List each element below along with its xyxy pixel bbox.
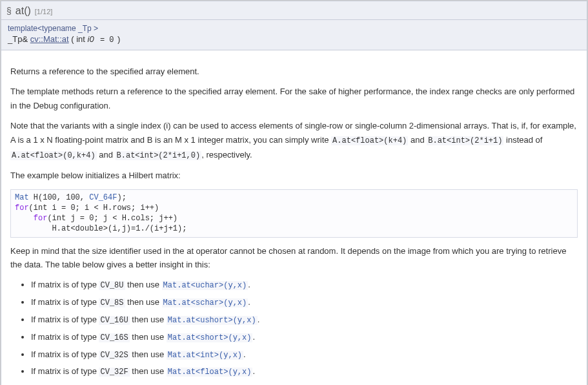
note-and1: and [408, 135, 427, 145]
code-a-at-float-2d: A.at<float>(0,k+4) [10, 151, 97, 160]
sig-open: ( int [69, 34, 88, 44]
cv-type: CV_32S [99, 351, 129, 360]
li-pre: If matrix is of type [31, 349, 99, 359]
code-a-at-float: A.at<float>(k+4) [331, 136, 408, 145]
list-item: If matrix is of type CV_32F then use Mat… [31, 364, 578, 379]
code-fragment: Mat H(100, 100, CV_64F); for(int i = 0; … [10, 189, 578, 238]
li-mid: then use [125, 297, 162, 307]
intro-text: Returns a reference to the specified arr… [10, 65, 578, 78]
cv-type: CV_8S [99, 298, 125, 307]
mat-at-link[interactable]: Mat.at<ushort>(y,x) [167, 316, 258, 325]
cv-type: CV_8U [99, 281, 125, 290]
example-lead: The example below initializes a Hilbert … [10, 169, 578, 182]
list-item: If matrix is of type CV_32S then use Mat… [31, 348, 578, 362]
return-type: _Tp& [8, 34, 30, 44]
note-resp: , respectively. [201, 150, 252, 160]
code-l1b: ); [117, 193, 126, 202]
mat-at-link[interactable]: Mat.at<schar>(y,x) [162, 298, 248, 307]
code-l1a: H(100, 100, [29, 193, 90, 202]
code-l3a: (int j = 0; j < H.cols; j++) [47, 214, 177, 223]
li-post: . [252, 366, 255, 376]
li-mid: then use [130, 366, 167, 376]
code-mat-type: Mat [15, 193, 29, 202]
li-mid: then use [130, 315, 167, 324]
method-title: § at() [1/12] [1, 1, 587, 20]
qualified-name-link[interactable]: cv::Mat::at [30, 34, 69, 44]
arg-name: i0 [88, 34, 94, 44]
li-mid: then use [125, 280, 162, 289]
li-post: . [258, 315, 260, 324]
li-pre: If matrix is of type [31, 315, 99, 324]
li-post: . [252, 332, 255, 342]
cv-type: CV_32F [99, 368, 129, 377]
li-mid: then use [130, 349, 167, 359]
list-item: If matrix is of type CV_16U then use Mat… [31, 313, 578, 328]
list-item: If matrix is of type CV_64F then use Mat… [31, 382, 578, 385]
note-text: Note that the variants with a single ind… [10, 119, 578, 162]
li-pre: If matrix is of type [31, 280, 99, 289]
li-pre: If matrix is of type [31, 366, 99, 376]
list-item: If matrix is of type CV_8U then use Mat.… [31, 278, 578, 293]
method-prototype: template<typename _Tp > _Tp& cv::Mat::at… [1, 20, 587, 50]
section-mark: § [6, 6, 12, 16]
li-post: . [243, 349, 246, 359]
mat-at-link[interactable]: Mat.at<float>(y,x) [167, 368, 253, 377]
function-name: at() [15, 5, 31, 17]
cv-type: CV_16U [99, 316, 129, 325]
note-and2: and [97, 150, 116, 160]
code-l4: H.at<double>(i,j)=1./(i+j+1); [15, 224, 187, 233]
default-value: = 0 [94, 36, 116, 45]
sig-close: ) [116, 34, 121, 44]
overload-counter: [1/12] [35, 8, 53, 16]
note-instead: instead of [503, 135, 542, 145]
code-b-at-int: B.at<int>(2*i+1) [427, 136, 503, 145]
li-post: . [248, 297, 250, 307]
cv-type: CV_16S [99, 333, 129, 342]
li-mid: then use [130, 332, 167, 342]
li-post: . [248, 280, 250, 289]
method-doc: Returns a reference to the specified arr… [1, 50, 587, 385]
mat-at-link[interactable]: Mat.at<uchar>(y,x) [162, 281, 248, 290]
mat-at-link[interactable]: Mat.at<short>(y,x) [167, 333, 253, 342]
performance-text: The template methods return a reference … [10, 85, 578, 112]
code-for2: for [34, 214, 48, 223]
keep-in-mind-text: Keep in mind that the size identifier us… [10, 244, 578, 272]
code-b-at-int-2d: B.at<int>(2*i+1,0) [116, 151, 202, 160]
template-line: template<typename _Tp > [8, 24, 580, 33]
code-l2a: (int i = 0; i < H.rows; i++) [29, 203, 159, 213]
signature: _Tp& cv::Mat::at ( int i0 = 0 ) [8, 34, 580, 45]
list-item: If matrix is of type CV_16S then use Mat… [31, 330, 578, 345]
mat-at-link[interactable]: Mat.at<int>(y,x) [167, 351, 243, 360]
code-for1: for [15, 203, 29, 213]
li-pre: If matrix is of type [31, 297, 99, 307]
list-item: If matrix is of type CV_8S then use Mat.… [31, 295, 578, 310]
code-cv64f: CV_64F [89, 193, 117, 202]
li-pre: If matrix is of type [31, 332, 99, 342]
type-list: If matrix is of type CV_8U then use Mat.… [31, 278, 578, 385]
